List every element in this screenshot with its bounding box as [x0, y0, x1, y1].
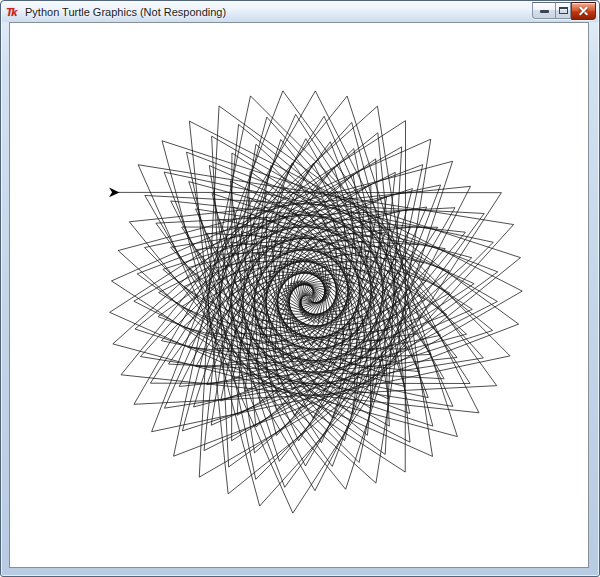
maximize-icon — [559, 7, 568, 14]
window-title: Python Turtle Graphics (Not Responding) — [25, 6, 226, 18]
tk-app-icon: Tk — [6, 6, 20, 19]
close-icon — [579, 7, 588, 16]
window-controls — [532, 2, 596, 20]
minimize-button[interactable] — [532, 2, 555, 19]
minimize-icon — [540, 10, 549, 13]
turtle-cursor-icon — [109, 187, 119, 197]
turtle-canvas — [9, 22, 589, 568]
turtle-graphics-window: Tk Python Turtle Graphics (Not Respondin… — [0, 0, 600, 577]
title-bar[interactable]: Tk Python Turtle Graphics (Not Respondin… — [2, 2, 598, 22]
maximize-button[interactable] — [555, 2, 571, 19]
spiral-path — [110, 91, 523, 513]
close-button[interactable] — [571, 2, 596, 20]
turtle-drawing — [10, 23, 588, 567]
